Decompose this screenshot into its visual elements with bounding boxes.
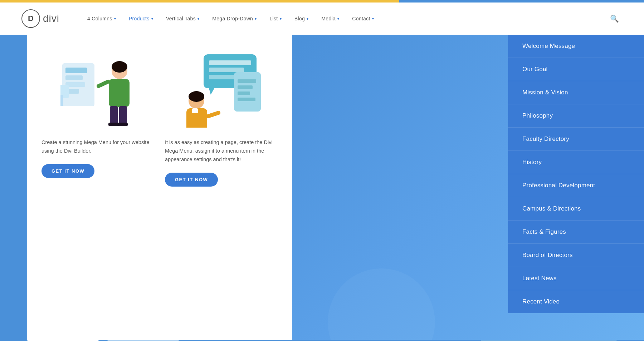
illustration-2 <box>165 53 278 128</box>
svg-rect-9 <box>109 79 130 107</box>
svg-rect-13 <box>108 123 118 126</box>
nav-item-4columns[interactable]: 4 Columns ▾ <box>81 3 122 35</box>
dropdown-item-our-goal[interactable]: Our Goal <box>508 58 644 81</box>
chevron-down-icon: ▾ <box>255 17 257 21</box>
svg-rect-28 <box>192 108 198 113</box>
chevron-down-icon: ▾ <box>280 17 282 21</box>
chevron-down-icon: ▾ <box>307 17 308 21</box>
dropdown-panel: Welcome Message Our Goal Mission & Visio… <box>508 35 644 313</box>
dropdown-item-professional-development[interactable]: Professional Development <box>508 174 644 197</box>
chevron-down-icon: ▾ <box>337 17 339 21</box>
top-accent-bar <box>0 0 644 3</box>
svg-marker-16 <box>209 88 214 95</box>
svg-rect-24 <box>238 98 255 101</box>
mega-col-2: It is as easy as creating a page, create… <box>165 53 278 322</box>
logo-icon: D <box>21 9 40 28</box>
nav-item-media[interactable]: Media ▾ <box>315 3 346 35</box>
dropdown-item-philosophy[interactable]: Philosophy <box>508 104 644 128</box>
header: D divi 4 Columns ▾ Products ▾ Vertical T… <box>0 3 644 35</box>
logo-name: divi <box>43 13 59 24</box>
illustration-1 <box>42 53 154 128</box>
nav-item-contact[interactable]: Contact ▾ <box>346 3 380 35</box>
svg-rect-29 <box>205 110 221 119</box>
svg-point-8 <box>112 61 127 73</box>
nav-item-vertical-tabs[interactable]: Vertical Tabs ▾ <box>160 3 206 35</box>
dropdown-item-faculty-directory[interactable]: Faculty Directory <box>508 128 644 151</box>
logo[interactable]: D divi <box>21 9 59 28</box>
dropdown-item-recent-video[interactable]: Recent Video <box>508 290 644 313</box>
svg-rect-21 <box>238 79 256 83</box>
dropdown-item-campus-directions[interactable]: Campus & Directions <box>508 197 644 221</box>
dropdown-item-facts-figures[interactable]: Facts & Figures <box>508 221 644 244</box>
chevron-down-icon: ▾ <box>114 17 116 21</box>
svg-rect-11 <box>110 106 118 124</box>
mega-menu-panel: Create a stunning Mega Menu for your web… <box>27 35 292 340</box>
nav-item-list[interactable]: List ▾ <box>263 3 288 35</box>
mega-col-1: Create a stunning Mega Menu for your web… <box>42 53 154 322</box>
nav-item-products[interactable]: Products ▾ <box>122 3 160 35</box>
svg-rect-22 <box>238 85 253 89</box>
chevron-down-icon: ▾ <box>151 17 153 21</box>
svg-rect-23 <box>238 92 250 95</box>
svg-rect-12 <box>119 106 127 124</box>
main-content: Create a stunning Mega Menu for your web… <box>0 35 644 340</box>
mega-col-1-text: Create a stunning Mega Menu for your web… <box>42 138 154 155</box>
svg-rect-17 <box>209 60 251 65</box>
search-icon[interactable]: 🔍 <box>606 14 623 23</box>
svg-rect-19 <box>209 75 237 79</box>
svg-rect-6 <box>60 95 63 106</box>
svg-rect-14 <box>118 123 128 126</box>
nav-item-blog[interactable]: Blog ▾ <box>288 3 315 35</box>
dropdown-item-board-of-directors[interactable]: Board of Directors <box>508 244 644 267</box>
main-nav: 4 Columns ▾ Products ▾ Vertical Tabs ▾ M… <box>81 3 623 35</box>
chevron-down-icon: ▾ <box>197 17 199 21</box>
dropdown-item-mission-vision[interactable]: Mission & Vision <box>508 81 644 104</box>
dropdown-item-latest-news[interactable]: Latest News <box>508 267 644 290</box>
get-it-now-button-1[interactable]: GET IT NOW <box>42 164 94 178</box>
dropdown-item-history[interactable]: History <box>508 151 644 174</box>
svg-rect-1 <box>65 68 87 73</box>
svg-rect-18 <box>209 68 244 72</box>
svg-point-26 <box>189 91 204 102</box>
mega-col-2-text: It is as easy as creating a page, create… <box>165 138 278 164</box>
svg-rect-2 <box>65 75 83 80</box>
svg-rect-10 <box>96 79 111 89</box>
chevron-down-icon: ▾ <box>372 17 374 21</box>
get-it-now-button-2[interactable]: GET IT NOW <box>165 173 218 187</box>
nav-item-mega-dropdown[interactable]: Mega Drop-Down ▾ <box>206 3 263 35</box>
dropdown-item-welcome-message[interactable]: Welcome Message <box>508 35 644 58</box>
